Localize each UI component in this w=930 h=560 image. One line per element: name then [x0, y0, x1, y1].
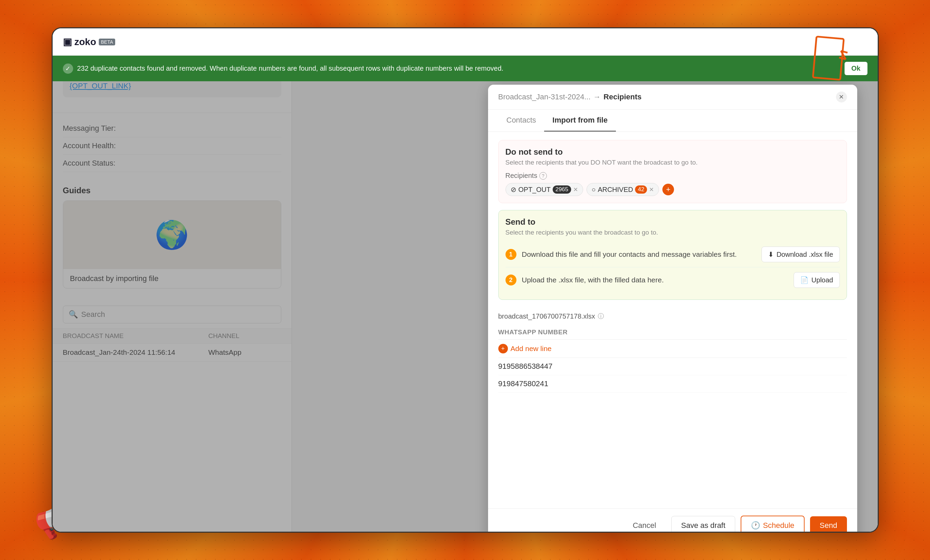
file-name: broadcast_1706700757178.xlsx ⓘ: [498, 312, 847, 320]
recipients-info-icon: ?: [539, 172, 547, 180]
notification-text: 232 duplicate contacts found and removed…: [77, 64, 841, 72]
step1-text: Download this file and fill your contact…: [522, 250, 756, 258]
dialog-footer: Cancel Save as draft 🕐 Schedule Send: [488, 508, 857, 532]
recipients-dialog: Broadcast_Jan-31st-2024... → Recipients …: [488, 85, 857, 532]
cancel-button[interactable]: Cancel: [623, 516, 665, 532]
zoko-logo: ▣ zoko BETA: [63, 36, 115, 48]
dialog-header: Broadcast_Jan-31st-2024... → Recipients …: [488, 85, 857, 110]
main-layout: from me, please click here - {OPT_OUT_LI…: [52, 56, 878, 532]
schedule-icon: 🕐: [751, 521, 760, 530]
add-new-line-row[interactable]: + Add new line: [498, 340, 847, 358]
opt-out-label: OPT_OUT: [519, 186, 551, 193]
notification-icon: ✓: [63, 63, 73, 74]
do-not-send-title: Do not send to: [505, 147, 840, 157]
step1-number: 1: [505, 249, 516, 260]
schedule-label: Schedule: [763, 521, 794, 530]
download-xlsx-button[interactable]: ⬇ Download .xlsx file: [762, 247, 840, 262]
recipients-label: Recipients ?: [505, 172, 840, 180]
save-draft-button[interactable]: Save as draft: [671, 516, 736, 532]
upload-btn-label: Upload: [811, 276, 833, 284]
breadcrumb-current: Recipients: [604, 92, 642, 101]
opt-out-icon: ⊘: [511, 186, 516, 193]
send-to-subtitle: Select the recipients you want the broad…: [505, 229, 840, 236]
step2-text: Upload the .xlsx file, with the filled d…: [522, 276, 788, 284]
step1-row: 1 Download this file and fill your conta…: [505, 242, 840, 267]
archived-count: 42: [635, 186, 647, 193]
archived-icon: ○: [592, 186, 596, 193]
send-to-section: Send to Select the recipients you want t…: [498, 210, 847, 300]
add-new-line-icon: +: [498, 344, 508, 353]
whatsapp-table-header: WHATSAPP NUMBER: [498, 325, 847, 340]
tags-row: ⊘ OPT_OUT 2965 ✕ ○ ARCHIVED: [505, 183, 840, 196]
breadcrumb-arrow: →: [593, 92, 601, 101]
archived-remove[interactable]: ✕: [649, 186, 654, 193]
notification-banner: ✓ 232 duplicate contacts found and remov…: [52, 56, 878, 81]
dialog-overlay: ✓ 232 duplicate contacts found and remov…: [52, 56, 878, 532]
step2-row: 2 Upload the .xlsx file, with the filled…: [505, 267, 840, 293]
archived-label: ARCHIVED: [598, 186, 633, 193]
beta-badge: BETA: [99, 38, 115, 45]
data-row-2: 919847580241: [498, 375, 847, 393]
opt-out-count: 2965: [553, 186, 571, 193]
data-row-1: 9195886538447: [498, 358, 847, 375]
tab-import-from-file[interactable]: Import from file: [544, 110, 616, 132]
add-new-line-label: Add new line: [511, 345, 552, 353]
top-nav: ▣ zoko BETA: [52, 28, 878, 56]
download-icon: ⬇: [768, 250, 774, 258]
breadcrumb-page: Broadcast_Jan-31st-2024...: [498, 92, 591, 101]
send-button[interactable]: Send: [810, 516, 847, 532]
zoko-icon: ▣: [63, 36, 72, 48]
step2-number: 2: [505, 275, 516, 285]
browser-window: ▣ zoko BETA from me, please click here -…: [52, 27, 879, 533]
opt-out-tag: ⊘ OPT_OUT 2965 ✕: [505, 183, 583, 196]
schedule-button[interactable]: 🕐 Schedule: [741, 516, 805, 532]
whatsapp-col-header: WHATSAPP NUMBER: [498, 328, 568, 336]
dialog-body: Do not send to Select the recipients tha…: [488, 132, 857, 508]
do-not-send-section: Do not send to Select the recipients tha…: [498, 140, 847, 203]
dialog-breadcrumb: Broadcast_Jan-31st-2024... → Recipients: [498, 92, 642, 101]
dialog-container: Broadcast_Jan-31st-2024... → Recipients …: [52, 81, 878, 532]
upload-button[interactable]: 📄 Upload: [794, 272, 839, 288]
zoko-name: zoko: [74, 37, 96, 48]
opt-out-remove[interactable]: ✕: [573, 186, 578, 193]
upload-icon: 📄: [800, 276, 809, 284]
tab-bar: Contacts Import from file: [488, 110, 857, 132]
send-to-title: Send to: [505, 217, 840, 227]
close-button[interactable]: ✕: [836, 92, 847, 103]
do-not-send-subtitle: Select the recipients that you DO NOT wa…: [505, 159, 840, 166]
download-btn-label: Download .xlsx file: [776, 251, 833, 258]
add-tag-button[interactable]: +: [662, 184, 674, 195]
file-section: broadcast_1706700757178.xlsx ⓘ WHATSAPP …: [498, 307, 847, 398]
archived-tag: ○ ARCHIVED 42 ✕: [587, 183, 659, 196]
file-info-icon: ⓘ: [598, 312, 604, 320]
tab-contacts[interactable]: Contacts: [498, 110, 545, 132]
